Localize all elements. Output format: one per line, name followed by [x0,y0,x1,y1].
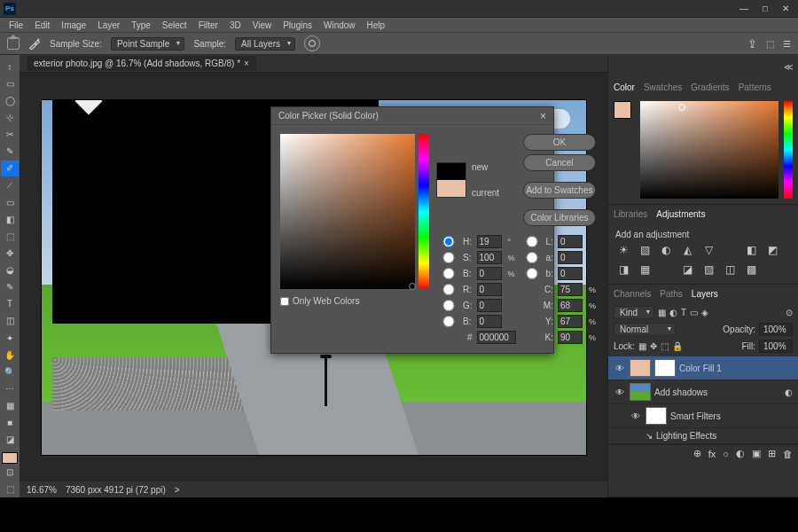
layer-row[interactable]: 👁Color Fill 1 [608,356,798,380]
adjustment-icon-8[interactable]: ◨ [615,262,631,277]
filter-shape-icon[interactable]: ▭ [690,308,698,317]
document-tab[interactable]: exterior photo.jpg @ 16.7% (Add shadows,… [27,56,256,71]
opacity-input[interactable]: 100% [759,323,793,336]
menu-edit[interactable]: Edit [29,19,55,32]
b-lab-radio[interactable] [520,268,544,279]
filter-pixel-icon[interactable]: ▦ [658,308,666,317]
g-input[interactable] [477,299,502,312]
lock-position-icon[interactable]: ✥ [650,341,657,351]
layers-foot-icon-6[interactable]: 🗑 [783,449,793,459]
menu-file[interactable]: File [4,19,28,32]
adjustment-icon-3[interactable]: ◭ [679,243,695,257]
tab-close-icon[interactable]: × [244,59,249,68]
menu-layer[interactable]: Layer [92,19,125,32]
tool-22[interactable]: ◪ [1,432,19,448]
sat-input[interactable] [477,251,502,264]
close-icon[interactable]: ✕ [777,2,794,15]
menu-image[interactable]: Image [56,19,91,32]
adjustment-icon-0[interactable]: ☀ [615,243,631,257]
fill-input[interactable]: 100% [759,340,793,353]
tool-18[interactable]: 🔍 [1,364,19,379]
layer-thumbnail[interactable] [630,359,651,377]
sample-size-dropdown[interactable]: Point Sample [111,37,184,51]
layer-row[interactable]: ↘Lighting Effects [608,428,798,444]
zoom-level[interactable]: 16.67% [27,485,57,495]
layers-foot-icon-5[interactable]: ⊞ [768,448,776,459]
adjustment-icon-7[interactable]: ◩ [764,243,780,257]
k-input[interactable] [558,331,583,344]
color-field[interactable] [640,101,778,199]
layer-kind-filter[interactable]: Kind [614,306,654,319]
search-icon[interactable]: ⬚ [766,39,774,49]
tool-17[interactable]: ✋ [1,347,19,363]
tool-12[interactable]: ◒ [1,262,19,278]
layers-foot-icon-4[interactable]: ▣ [752,448,761,459]
menu-view[interactable]: View [247,19,278,32]
bri-input[interactable] [477,267,502,280]
hex-input[interactable] [477,331,516,344]
a-input[interactable] [558,251,583,264]
collapse-panel-icon[interactable]: ≪ [784,62,793,72]
workspace-icon[interactable]: ☰ [783,39,791,49]
blend-mode-dropdown[interactable]: Normal [614,323,676,336]
layers-tab-layers[interactable]: Layers [692,289,718,299]
dialog-close-icon[interactable]: × [540,110,546,122]
lock-all-icon[interactable]: 🔒 [672,341,683,351]
adjustment-icon-12[interactable]: ▨ [700,262,716,277]
share-icon[interactable]: ⇪ [747,37,757,51]
foreground-swatch[interactable] [614,101,631,119]
picker-color-field[interactable] [280,134,415,289]
tool-5[interactable]: ✎ [1,144,19,160]
status-caret-icon[interactable]: > [175,485,180,495]
adjustment-icon-11[interactable]: ◪ [679,262,695,277]
adjustment-icon-6[interactable]: ◧ [743,243,759,257]
filter-type-icon[interactable]: T [681,308,686,317]
b-lab-input[interactable] [558,267,583,280]
layers-foot-icon-3[interactable]: ◐ [736,448,745,459]
color-tab-color[interactable]: Color [614,82,635,92]
layer-visibility-icon[interactable]: 👁 [614,387,626,397]
tool-21[interactable]: ■ [1,415,19,431]
tool-2[interactable]: ◯ [1,92,19,108]
adjustment-icon-5[interactable] [722,243,738,257]
r-radio[interactable] [436,284,461,295]
filter-toggle-icon[interactable]: ⊙ [786,308,793,317]
minimize-icon[interactable]: — [734,2,754,15]
menu-plugins[interactable]: Plugins [278,19,317,32]
ok-button[interactable]: OK [523,134,596,151]
c-input[interactable] [558,283,583,296]
layer-thumbnail[interactable] [630,383,651,401]
tool-0[interactable]: ↕ [1,59,19,74]
tool-13[interactable]: ✎ [1,279,19,295]
layer-visibility-icon[interactable]: 👁 [630,411,642,421]
adj-tab-adjustments[interactable]: Adjustments [656,209,705,219]
b-rgb-input[interactable] [477,315,502,328]
adjustment-icon-13[interactable]: ◫ [722,262,738,277]
color-tab-gradients[interactable]: Gradients [691,82,729,92]
maximize-icon[interactable]: □ [757,2,773,15]
menu-help[interactable]: Help [362,19,391,32]
screen-mode-icon[interactable]: ⊡ [1,465,19,481]
lock-artboard-icon[interactable]: ⬚ [661,341,669,351]
cancel-button[interactable]: Cancel [523,154,596,171]
layer-mask-thumbnail[interactable] [654,359,676,377]
smart-filter-icon[interactable]: ◐ [785,387,793,397]
adjustment-icon-14[interactable]: ▩ [743,262,759,277]
tool-15[interactable]: ◫ [1,313,19,329]
layer-row[interactable]: 👁Add shadows◐ [608,380,798,404]
adj-tab-libraries[interactable]: Libraries [614,209,647,219]
layers-tab-paths[interactable]: Paths [660,289,683,299]
tool-11[interactable]: ✥ [1,245,19,261]
color-tab-swatches[interactable]: Swatches [644,82,682,92]
menu-select[interactable]: Select [157,19,192,32]
sample-ring-icon[interactable] [304,35,320,51]
b-rgb-radio[interactable] [436,316,461,327]
tool-16[interactable]: ✦ [1,330,19,346]
tool-3[interactable]: ⊹ [1,109,19,125]
tool-6[interactable]: ✐ [1,160,19,176]
adjustment-icon-2[interactable]: ◐ [658,243,674,257]
adjustment-icon-9[interactable]: ▦ [637,262,653,277]
menu-type[interactable]: Type [126,19,156,32]
tool-4[interactable]: ✂ [1,127,19,143]
hue-radio[interactable] [436,236,461,247]
